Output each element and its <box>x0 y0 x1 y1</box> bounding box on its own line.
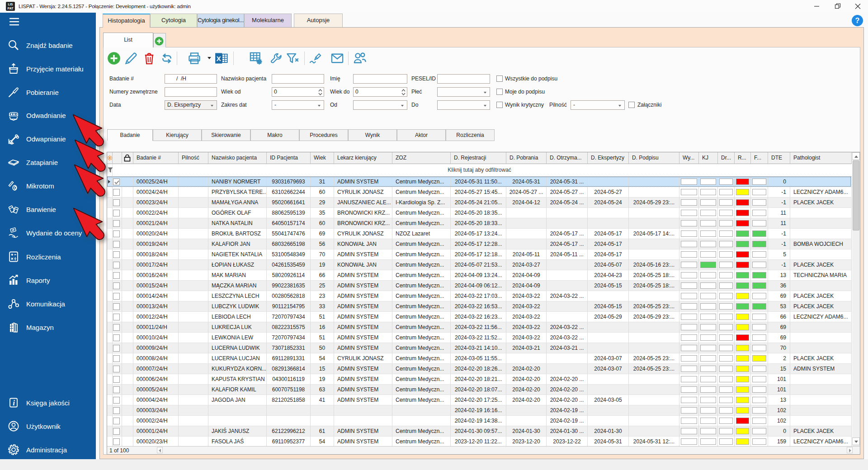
svg-text:X: X <box>217 55 221 62</box>
svg-text:i: i <box>13 399 15 407</box>
